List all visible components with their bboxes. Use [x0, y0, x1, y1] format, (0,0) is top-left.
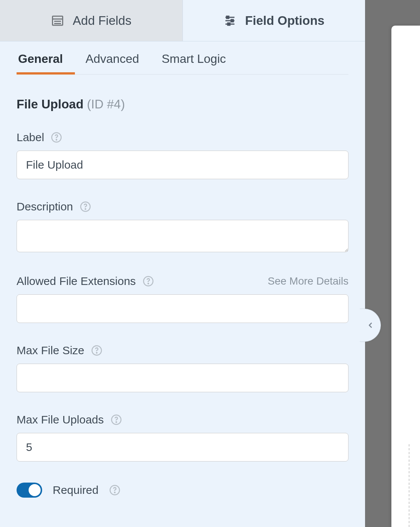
list-icon	[51, 14, 64, 27]
section-title-text: File Upload	[17, 97, 84, 111]
toggle-knob	[29, 484, 41, 496]
help-icon[interactable]	[109, 484, 120, 496]
svg-rect-7	[227, 16, 229, 18]
help-icon[interactable]	[80, 201, 91, 212]
max-uploads-label: Max File Uploads	[17, 413, 104, 426]
allowed-ext-input[interactable]	[17, 294, 348, 323]
description-input[interactable]	[17, 220, 348, 252]
max-size-label: Max File Size	[17, 344, 84, 357]
max-uploads-input[interactable]	[17, 433, 348, 462]
help-icon[interactable]	[111, 414, 122, 425]
section-id: (ID #4)	[87, 97, 125, 111]
required-row: Required	[17, 483, 348, 498]
help-icon[interactable]	[91, 345, 102, 356]
sliders-icon	[223, 14, 237, 27]
field-group-description: Description	[17, 200, 348, 254]
section-title: File Upload (ID #4)	[17, 97, 348, 111]
svg-point-15	[148, 283, 149, 284]
required-label: Required	[53, 484, 99, 497]
allowed-ext-label: Allowed File Extensions	[17, 275, 136, 288]
tab-field-options[interactable]: Field Options	[183, 0, 365, 41]
max-size-input[interactable]	[17, 364, 348, 392]
help-icon[interactable]	[143, 276, 154, 287]
preview-card	[391, 26, 420, 527]
svg-point-21	[114, 492, 115, 493]
tab-field-options-label: Field Options	[245, 14, 324, 28]
tab-add-fields-label: Add Fields	[73, 14, 131, 28]
content-area: File Upload (ID #4) Label	[0, 75, 365, 498]
field-group-allowed-ext: Allowed File Extensions See More Details	[17, 275, 348, 323]
label-input[interactable]	[17, 151, 348, 179]
preview-dashed-edge	[409, 444, 409, 527]
field-group-label: Label	[17, 131, 348, 179]
svg-point-13	[85, 209, 86, 209]
subtab-smart-logic[interactable]: Smart Logic	[160, 52, 228, 74]
svg-rect-9	[228, 23, 230, 25]
label-label: Label	[17, 131, 44, 144]
field-group-max-uploads: Max File Uploads	[17, 413, 348, 462]
sidebar-panel: Add Fields Field Options General	[0, 0, 365, 527]
main-tabs: Add Fields Field Options	[0, 0, 365, 41]
svg-point-17	[96, 352, 97, 353]
see-more-details-link[interactable]: See More Details	[268, 275, 348, 287]
svg-point-11	[56, 139, 57, 140]
required-toggle[interactable]	[17, 483, 42, 498]
subtab-advanced[interactable]: Advanced	[84, 52, 140, 74]
svg-rect-8	[231, 20, 233, 22]
help-icon[interactable]	[51, 132, 62, 143]
field-group-max-size: Max File Size	[17, 344, 348, 392]
svg-point-19	[116, 422, 117, 422]
description-label: Description	[17, 200, 73, 213]
sub-tabs: General Advanced Smart Logic	[17, 41, 348, 75]
subtab-general[interactable]: General	[17, 52, 64, 74]
chevron-left-icon	[366, 320, 374, 331]
tab-add-fields[interactable]: Add Fields	[0, 0, 183, 41]
